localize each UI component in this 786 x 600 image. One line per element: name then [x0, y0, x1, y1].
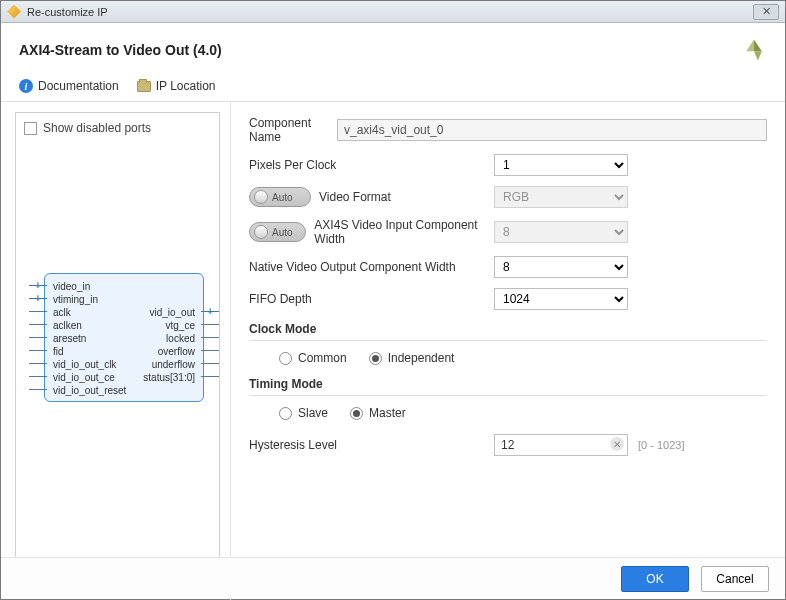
app-icon — [7, 5, 21, 19]
show-disabled-ports-checkbox[interactable]: Show disabled ports — [24, 121, 211, 135]
checkbox-icon — [24, 122, 37, 135]
radio-icon — [279, 352, 292, 365]
folder-icon — [137, 81, 151, 92]
port-vid-io-out-reset: vid_io_out_reset — [53, 384, 126, 397]
port-underflow: underflow — [152, 358, 195, 371]
port-overflow: overflow — [158, 345, 195, 358]
port-vid-io-out-clk: vid_io_out_clk — [53, 358, 116, 371]
hysteresis-label: Hysteresis Level — [249, 438, 494, 452]
toolbar: i Documentation IP Location — [1, 75, 785, 102]
toggle-knob-icon — [254, 225, 268, 239]
timing-mode-master-radio[interactable]: Master — [350, 406, 406, 420]
port-aclken: aclken — [53, 319, 82, 332]
close-icon[interactable]: ✕ — [753, 4, 779, 20]
clock-mode-group: Common Independent — [279, 351, 767, 365]
component-name-input[interactable] — [337, 119, 767, 141]
radio-icon — [369, 352, 382, 365]
port-vid-io-out: vid_io_out+ — [149, 306, 195, 319]
pixels-per-clock-select[interactable]: 1 — [494, 154, 628, 176]
dialog-window: Re-customize IP ✕ AXI4-Stream to Video O… — [0, 0, 786, 600]
clock-mode-heading: Clock Mode — [249, 322, 767, 341]
timing-mode-slave-radio[interactable]: Slave — [279, 406, 328, 420]
port-aresetn: aresetn — [53, 332, 86, 345]
body: Show disabled ports +video_in +vtiming_i… — [1, 102, 785, 600]
pixels-per-clock-label: Pixels Per Clock — [249, 158, 494, 172]
port-fid: fid — [53, 345, 64, 358]
video-format-label: Video Format — [319, 190, 391, 204]
ip-title: AXI4-Stream to Video Out (4.0) — [19, 42, 222, 58]
native-width-select[interactable]: 8 — [494, 256, 628, 278]
info-icon: i — [19, 79, 33, 93]
port-video-in: +video_in — [53, 280, 90, 293]
ip-location-link[interactable]: IP Location — [137, 79, 216, 93]
left-pane: Show disabled ports +video_in +vtiming_i… — [1, 102, 231, 600]
port-locked: locked — [166, 332, 195, 345]
native-width-label: Native Video Output Component Width — [249, 260, 494, 274]
clock-mode-common-radio[interactable]: Common — [279, 351, 347, 365]
fifo-depth-label: FIFO Depth — [249, 292, 494, 306]
port-aclk: aclk — [53, 306, 71, 319]
ip-block-diagram: +video_in +vtiming_in aclkvid_io_out+ ac… — [44, 273, 204, 402]
video-format-auto-toggle[interactable]: Auto — [249, 187, 311, 207]
axi4s-width-select: 8 — [494, 221, 628, 243]
axi4s-width-auto-toggle[interactable]: Auto — [249, 222, 306, 242]
dialog-footer: OK Cancel — [1, 557, 785, 599]
vendor-icon — [741, 37, 767, 63]
timing-mode-group: Slave Master — [279, 406, 767, 420]
clear-icon[interactable]: ✕ — [610, 437, 624, 451]
port-status: status[31:0] — [143, 371, 195, 384]
video-format-select: RGB — [494, 186, 628, 208]
port-vtiming-in: +vtiming_in — [53, 293, 98, 306]
fifo-depth-select[interactable]: 1024 — [494, 288, 628, 310]
cancel-button[interactable]: Cancel — [701, 566, 769, 592]
right-pane: Component Name Pixels Per Clock 1 Auto V… — [231, 102, 785, 600]
clock-mode-independent-radio[interactable]: Independent — [369, 351, 455, 365]
hysteresis-input[interactable] — [494, 434, 628, 456]
hysteresis-range-hint: [0 - 1023] — [638, 439, 684, 451]
axi4s-width-label: AXI4S Video Input Component Width — [314, 218, 494, 246]
documentation-label: Documentation — [38, 79, 119, 93]
ip-location-label: IP Location — [156, 79, 216, 93]
timing-mode-heading: Timing Mode — [249, 377, 767, 396]
show-disabled-ports-label: Show disabled ports — [43, 121, 151, 135]
port-vid-io-out-ce: vid_io_out_ce — [53, 371, 115, 384]
titlebar: Re-customize IP ✕ — [1, 1, 785, 23]
radio-icon — [279, 407, 292, 420]
ok-button[interactable]: OK — [621, 566, 689, 592]
port-vtg-ce: vtg_ce — [166, 319, 195, 332]
ip-header: AXI4-Stream to Video Out (4.0) — [1, 23, 785, 75]
documentation-link[interactable]: i Documentation — [19, 79, 119, 93]
window-buttons: ✕ — [753, 4, 779, 20]
window-title: Re-customize IP — [27, 6, 753, 18]
component-name-label: Component Name — [249, 116, 337, 144]
block-preview-box: Show disabled ports +video_in +vtiming_i… — [15, 112, 220, 592]
radio-icon — [350, 407, 363, 420]
toggle-knob-icon — [254, 190, 268, 204]
